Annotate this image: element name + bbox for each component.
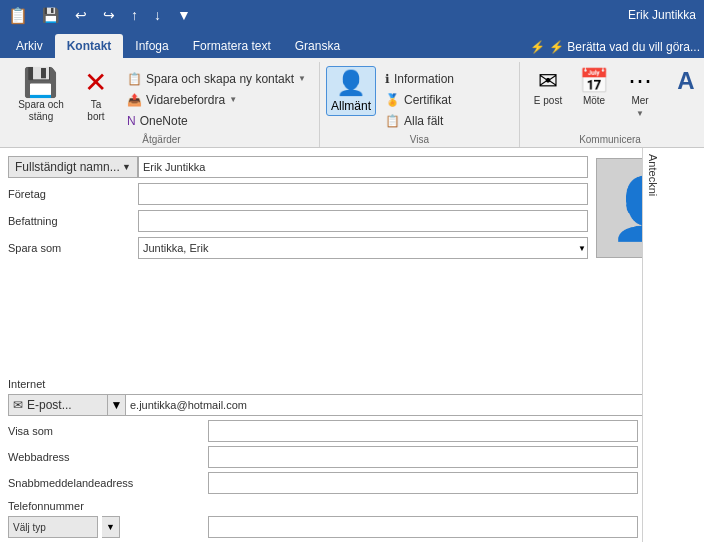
title-label: Befattning [8,215,138,227]
email-dropdown-arrow: ▼ [111,398,123,412]
visasom-input[interactable] [208,420,638,442]
save-close-label: Spara och stäng [17,99,65,123]
alla-falt-label: Alla fält [404,114,443,128]
alla-falt-icon: 📋 [385,114,400,128]
email-input[interactable] [126,394,696,416]
fullname-row: Fullständigt namn... ▼ [8,156,588,178]
save-create-button[interactable]: 📋 Spara och skapa ny kontakt ▼ [120,69,313,89]
allmant-label: Allmänt [331,99,371,113]
email-icon: ✉ [13,398,23,412]
phone-section-label: Telefonnummer [8,500,696,512]
phone-input[interactable] [208,516,638,538]
forward-button[interactable]: 📤 Vidarebefordra ▼ [120,90,313,110]
window-title: Erik Juntikka [628,8,696,22]
activities-button[interactable]: A . [664,66,704,110]
company-input[interactable] [138,183,588,205]
visa-small-buttons: ℹ Information 🏅 Certifikat 📋 Alla fält [378,66,461,132]
title-bar-actions: 💾 ↩ ↪ ↑ ↓ ▼ [38,7,195,23]
kommunicera-group-label: Kommunicera [520,134,700,145]
save-icon: 💾 [23,69,58,97]
visa-group-label: Visa [320,134,519,145]
down-btn[interactable]: ↓ [150,7,165,23]
form-area: Fullständigt namn... ▼ Företag Befattnin… [0,148,704,376]
forward-label: Vidarebefordra [146,93,225,107]
saveas-label: Spara som [8,242,138,254]
snabb-input[interactable] [208,472,638,494]
phone-dropdown-button[interactable]: ▼ [102,516,120,538]
webbadress-label: Webbadress [8,451,208,463]
save-new-icon: 📋 [127,72,142,86]
atgarder-group-label: Åtgärder [4,134,319,145]
tab-granska[interactable]: Granska [283,34,352,58]
more-title-btn[interactable]: ▼ [173,7,195,23]
title-bar-left: 📋 💾 ↩ ↪ ↑ ↓ ▼ [8,6,195,25]
tab-arkiv[interactable]: Arkiv [4,34,55,58]
visa-items: 👤 Allmänt ℹ Information 🏅 Certifikat 📋 A… [326,64,461,145]
information-button[interactable]: ℹ Information [378,69,461,89]
main-content: Fullständigt namn... ▼ Företag Befattnin… [0,148,704,542]
allmant-button[interactable]: 👤 Allmänt [326,66,376,116]
tab-formatera[interactable]: Formatera text [181,34,283,58]
up-btn[interactable]: ↑ [127,7,142,23]
form-left: Fullständigt namn... ▼ Företag Befattnin… [8,156,588,376]
snabb-label: Snabbmeddelandeadress [8,477,208,489]
title-input[interactable] [138,210,588,232]
fullname-button[interactable]: Fullständigt namn... ▼ [8,156,138,178]
email-type-button[interactable]: ✉ E-post... [8,394,108,416]
company-label: Företag [8,188,138,200]
delete-label: Ta bort [81,99,111,123]
webbadress-row: Webbadress [8,446,696,468]
ribbon: 💾 Spara och stäng ✕ Ta bort 📋 Spara och … [0,58,704,148]
company-row: Företag [8,183,588,205]
tab-kontakt[interactable]: Kontakt [55,34,124,58]
delete-button[interactable]: ✕ Ta bort [74,66,118,126]
epost-icon: ✉ [538,69,558,93]
visasom-label: Visa som [8,425,208,437]
webbadress-input[interactable] [208,446,638,468]
atgarder-items: 💾 Spara och stäng ✕ Ta bort 📋 Spara och … [10,64,313,145]
mote-button[interactable]: 📅 Möte [572,66,616,110]
ribbon-group-visa: 👤 Allmänt ℹ Information 🏅 Certifikat 📋 A… [320,62,520,147]
epost-label: E post [534,95,562,107]
redo-btn[interactable]: ↪ [99,7,119,23]
saveas-row: Spara som Juntikka, Erik ▼ [8,237,588,259]
internet-label: Internet [8,378,696,390]
ribbon-tabs: Arkiv Kontakt Infoga Formatera text Gran… [0,30,704,58]
quick-save-btn[interactable]: 💾 [38,7,63,23]
fullname-input[interactable] [138,156,588,178]
certifikat-icon: 🏅 [385,93,400,107]
title-row: Befattning [8,210,588,232]
information-label: Information [394,72,454,86]
contact-view-icon: 👤 [336,69,366,97]
ribbon-group-atgarder: 💾 Spara och stäng ✕ Ta bort 📋 Spara och … [4,62,320,147]
certifikat-label: Certifikat [404,93,451,107]
atgarder-small-buttons: 📋 Spara och skapa ny kontakt ▼ 📤 Vidareb… [120,66,313,132]
fullname-btn-arrow: ▼ [122,162,131,172]
email-dropdown-button[interactable]: ▼ [108,394,126,416]
notes-sidebar: Anteckni [642,148,704,542]
mer-button[interactable]: ⋯ Mer ▼ [618,66,662,121]
onenote-button[interactable]: N OneNote [120,111,313,131]
kommunicera-items: ✉ E post 📅 Möte ⋯ Mer ▼ A . [526,64,704,145]
forward-icon: 📤 [127,93,142,107]
epost-button[interactable]: ✉ E post [526,66,570,110]
alla-falt-button[interactable]: 📋 Alla fält [378,111,461,131]
notes-label: Anteckni [647,154,659,196]
undo-btn[interactable]: ↩ [71,7,91,23]
mer-icon: ⋯ [628,69,652,93]
mote-icon: 📅 [579,69,609,93]
saveas-select[interactable]: Juntikka, Erik [138,237,588,259]
save-close-button[interactable]: 💾 Spara och stäng [10,66,72,126]
certifikat-button[interactable]: 🏅 Certifikat [378,90,461,110]
activities-icon: A [677,69,694,93]
tab-search[interactable]: ⚡ ⚡ Berätta vad du vill göra... [530,40,700,58]
delete-icon: ✕ [84,69,107,97]
save-create-arrow: ▼ [298,74,306,83]
information-icon: ℹ [385,72,390,86]
phone-row: Välj typ ▼ [8,516,696,538]
fullname-btn-label: Fullständigt namn... [15,160,120,174]
visasom-row: Visa som [8,420,696,442]
tab-infoga[interactable]: Infoga [123,34,180,58]
phone-type-button[interactable]: Välj typ [8,516,98,538]
mote-label: Möte [583,95,605,107]
